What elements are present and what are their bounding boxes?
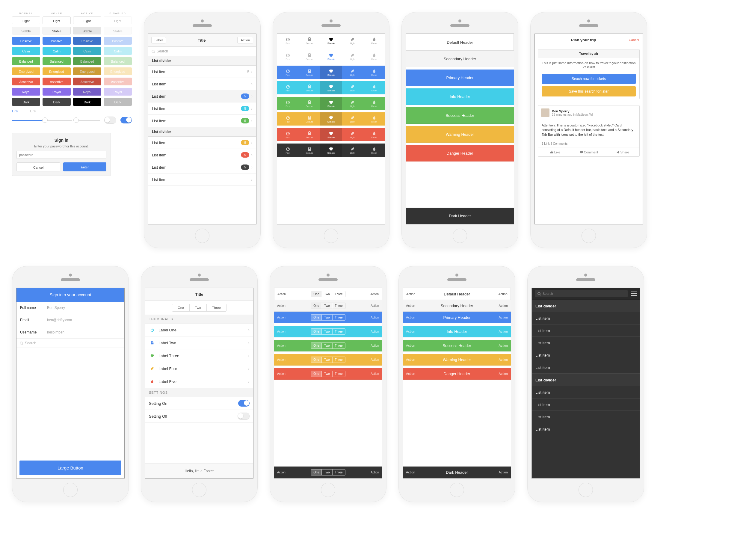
username-field[interactable]: Usernamehelloimben bbox=[17, 326, 124, 339]
tab-light[interactable]: Light bbox=[342, 128, 363, 141]
home-button[interactable] bbox=[579, 483, 593, 497]
assertive-button[interactable]: Assertive bbox=[12, 78, 40, 85]
action-button[interactable]: Action bbox=[406, 329, 415, 333]
tab-light[interactable]: Light bbox=[342, 97, 363, 110]
list-item[interactable]: Label One› bbox=[145, 324, 253, 337]
list-item[interactable]: List item5› bbox=[148, 115, 256, 127]
tab-simple[interactable]: Simple bbox=[320, 81, 342, 94]
positive-button[interactable]: Positive bbox=[12, 37, 40, 45]
segment-one[interactable]: One bbox=[311, 315, 322, 320]
link[interactable]: Link bbox=[12, 109, 18, 113]
action-button[interactable]: Action bbox=[406, 358, 415, 361]
tab-secure[interactable]: Secure bbox=[299, 50, 320, 63]
tab-simple[interactable]: Simple bbox=[320, 112, 342, 126]
segment-two[interactable]: Two bbox=[322, 357, 332, 363]
cancel-button[interactable]: Cancel bbox=[17, 163, 60, 171]
home-button[interactable] bbox=[581, 229, 596, 243]
action-button[interactable]: Action bbox=[406, 292, 415, 296]
dark-button[interactable]: Dark bbox=[12, 98, 40, 106]
action-button[interactable]: Action bbox=[370, 358, 379, 361]
energized-button[interactable]: Energized bbox=[43, 67, 71, 75]
tab-clean[interactable]: Clean bbox=[363, 97, 385, 110]
action-button[interactable]: Action bbox=[277, 344, 285, 347]
segment-one[interactable]: One bbox=[311, 343, 322, 348]
list-item[interactable]: List item bbox=[532, 423, 640, 435]
action-button[interactable]: Action bbox=[370, 372, 379, 375]
tab-light[interactable]: Light bbox=[342, 144, 363, 157]
segmented-control[interactable]: OneTwoThree bbox=[311, 303, 345, 309]
balanced-button[interactable]: Balanced bbox=[43, 57, 71, 65]
action-button[interactable]: Action bbox=[406, 316, 415, 319]
royal-button[interactable]: Royal bbox=[43, 88, 71, 95]
action-button[interactable]: Action bbox=[498, 344, 508, 347]
tab-fast[interactable]: Fast bbox=[277, 81, 299, 94]
segment-three[interactable]: Three bbox=[333, 291, 345, 297]
tab-secure[interactable]: Secure bbox=[299, 66, 320, 79]
search-tickets-button[interactable]: Seach now for tickets bbox=[542, 74, 636, 84]
tab-fast[interactable]: Fast bbox=[277, 112, 299, 126]
tab-clean[interactable]: Clean bbox=[363, 128, 385, 141]
segment-one[interactable]: One bbox=[311, 470, 322, 475]
like-button[interactable]: Like bbox=[538, 147, 572, 156]
royal-button[interactable]: Royal bbox=[12, 88, 40, 95]
segmented-control[interactable]: OneTwoThree bbox=[311, 343, 345, 349]
list-item[interactable]: List item bbox=[532, 312, 640, 324]
home-button[interactable] bbox=[321, 483, 335, 497]
action-button[interactable]: Action bbox=[277, 293, 286, 296]
tab-simple[interactable]: Simple bbox=[320, 128, 342, 141]
segmented-control[interactable]: OneTwoThree bbox=[311, 291, 345, 297]
tab-secure[interactable]: Secure bbox=[299, 144, 320, 157]
tab-clean[interactable]: Clean bbox=[363, 34, 385, 47]
segment-three[interactable]: Three bbox=[333, 470, 345, 475]
tab-fast[interactable]: Fast bbox=[277, 144, 299, 157]
stable-button[interactable]: Stable bbox=[73, 27, 101, 35]
light-button[interactable]: Light bbox=[43, 17, 71, 24]
action-button[interactable]: Action bbox=[498, 292, 508, 296]
tab-fast[interactable]: Fast bbox=[277, 128, 299, 141]
action-button[interactable]: Action bbox=[406, 372, 415, 375]
tab-simple[interactable]: Simple bbox=[320, 66, 342, 79]
segment-one[interactable]: One bbox=[311, 291, 322, 297]
action-button[interactable]: Action bbox=[370, 304, 379, 307]
slider[interactable] bbox=[12, 120, 72, 121]
royal-button[interactable]: Royal bbox=[73, 88, 101, 95]
list-item[interactable]: List item bbox=[532, 411, 640, 423]
segment-one[interactable]: One bbox=[311, 303, 322, 309]
segment-three[interactable]: Three bbox=[333, 343, 345, 348]
segment-two[interactable]: Two bbox=[322, 470, 332, 475]
email-field[interactable]: Emailben@drifty.com bbox=[17, 314, 124, 326]
action-button[interactable]: Action bbox=[370, 330, 379, 333]
tab-clean[interactable]: Clean bbox=[363, 144, 385, 157]
search-input[interactable]: Search bbox=[148, 47, 256, 56]
toggle-on[interactable] bbox=[238, 400, 250, 407]
energized-button[interactable]: Energized bbox=[12, 67, 40, 75]
home-button[interactable] bbox=[453, 229, 467, 243]
action-button[interactable]: Action bbox=[498, 304, 508, 307]
tab-secure[interactable]: Secure bbox=[299, 34, 320, 47]
tab-clean[interactable]: Clean bbox=[363, 50, 385, 63]
balanced-button[interactable]: Balanced bbox=[73, 57, 101, 65]
menu-icon[interactable] bbox=[631, 292, 637, 296]
home-button[interactable] bbox=[450, 483, 464, 497]
list-item[interactable]: List item bbox=[532, 399, 640, 411]
calm-button[interactable]: Calm bbox=[12, 47, 40, 55]
tab-secure[interactable]: Secure bbox=[299, 112, 320, 126]
action-button[interactable]: Action bbox=[277, 304, 285, 307]
positive-button[interactable]: Positive bbox=[43, 37, 71, 45]
segment-one[interactable]: One bbox=[311, 371, 322, 376]
action-button[interactable]: Action bbox=[277, 358, 285, 361]
list-item[interactable]: List item› bbox=[148, 173, 256, 186]
segmented-control[interactable]: OneTwoThree bbox=[311, 328, 345, 335]
list-item[interactable]: List item5› bbox=[148, 149, 256, 161]
action-button[interactable]: Action bbox=[498, 470, 508, 474]
list-item[interactable]: Label Five› bbox=[145, 375, 253, 388]
energized-button[interactable]: Energized bbox=[73, 67, 101, 75]
dark-button[interactable]: Dark bbox=[43, 98, 71, 106]
tab-light[interactable]: Light bbox=[342, 112, 363, 126]
stable-button[interactable]: Stable bbox=[12, 27, 40, 35]
list-item[interactable]: List item› bbox=[148, 78, 256, 90]
segment-two[interactable]: Two bbox=[322, 315, 332, 320]
list-item[interactable]: List item bbox=[532, 386, 640, 399]
segment-one[interactable]: One bbox=[311, 357, 322, 363]
tab-secure[interactable]: Secure bbox=[299, 81, 320, 94]
